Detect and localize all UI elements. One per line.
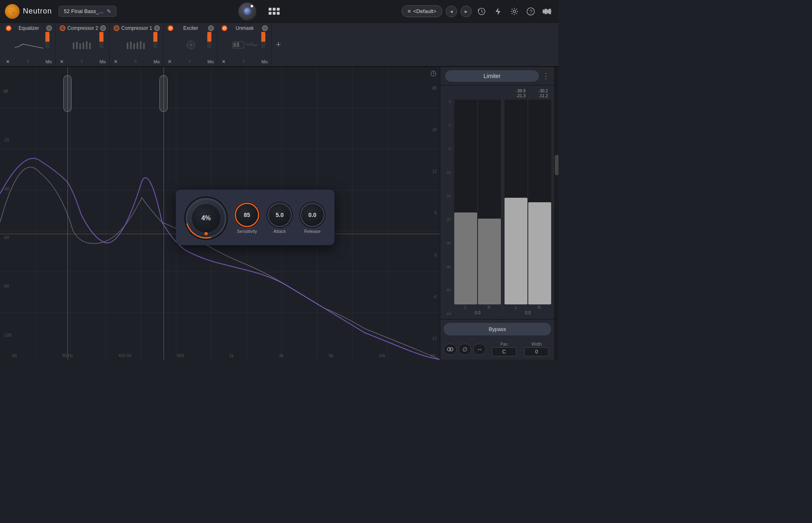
bypass-button[interactable]: Bypass bbox=[444, 323, 551, 335]
svg-rect-40 bbox=[233, 43, 236, 47]
unmask-mix-knob[interactable] bbox=[262, 25, 268, 31]
svg-rect-29 bbox=[143, 43, 145, 49]
comp1-power-button[interactable] bbox=[114, 25, 119, 31]
left-val: 0.0 bbox=[475, 311, 480, 315]
nav-next-button[interactable]: ► bbox=[460, 6, 472, 17]
unmask-viz bbox=[231, 39, 259, 51]
comp2-mix-fader[interactable] bbox=[99, 32, 103, 48]
exciter-viz bbox=[177, 39, 205, 51]
preset-bar[interactable]: 52 Final Bass_... ✎ bbox=[58, 6, 117, 17]
orb-button[interactable] bbox=[238, 2, 256, 20]
right-val: 0.0 bbox=[525, 311, 531, 315]
main-knob[interactable]: 4% bbox=[186, 198, 227, 239]
main-area: dB -20 -40 -60 -80 -100 dB 18 12 6 0 -6 … bbox=[0, 67, 559, 360]
width-value[interactable]: 0 bbox=[524, 347, 549, 356]
link-button[interactable] bbox=[444, 344, 457, 355]
eq-close-button[interactable]: ✕ bbox=[6, 59, 10, 65]
limiter-title-button[interactable]: Limiter bbox=[445, 70, 539, 82]
pan-value[interactable]: C bbox=[492, 347, 516, 356]
exciter-power-button[interactable] bbox=[168, 25, 173, 31]
scale-20: -20 bbox=[444, 217, 451, 221]
vertical-scrollbar[interactable] bbox=[554, 67, 559, 360]
logo-area: Neutron bbox=[5, 4, 52, 19]
comp1-mix-label: Mix bbox=[153, 60, 160, 64]
eq-mix-knob[interactable] bbox=[46, 25, 52, 31]
grid-dot bbox=[269, 8, 271, 11]
comp2-power-button[interactable] bbox=[60, 25, 65, 31]
unmask-mix-fader[interactable] bbox=[261, 32, 265, 48]
eq-mix-fader[interactable] bbox=[45, 32, 49, 48]
reset-view-button[interactable] bbox=[430, 70, 437, 78]
history-button[interactable] bbox=[475, 5, 488, 18]
list-icon: ≡ bbox=[408, 8, 411, 14]
settings-button[interactable] bbox=[508, 5, 521, 18]
exciter-dots[interactable]: ⠿ bbox=[188, 60, 191, 64]
pan-section: Pan C bbox=[489, 342, 519, 356]
sensitivity-label: Sensitivity bbox=[237, 229, 257, 234]
module-compressor2: Compressor 2 ✕ ⠿ Mix bbox=[56, 23, 110, 66]
comp1-name: Compressor 1 bbox=[121, 25, 152, 31]
left-channel: L R 0.0 bbox=[454, 100, 501, 316]
default-dropdown[interactable]: ≡ <Default> bbox=[402, 5, 442, 17]
meter-fill-L1 bbox=[454, 212, 477, 304]
right-ch-labels: L R bbox=[505, 304, 551, 310]
sensitivity-value: 85 bbox=[244, 212, 250, 218]
phase-button[interactable]: ∅ bbox=[458, 344, 471, 355]
eq-power-button[interactable] bbox=[6, 25, 11, 31]
stereo-button[interactable]: ↔ bbox=[473, 344, 486, 355]
freq-label-402: 402 Hz bbox=[119, 353, 132, 358]
freq-label: 60 bbox=[12, 353, 17, 358]
unmask-dots[interactable]: ⠿ bbox=[242, 60, 245, 64]
pencil-icon[interactable]: ✎ bbox=[107, 8, 111, 14]
comp2-mix-knob[interactable] bbox=[100, 25, 106, 31]
comp1-dots[interactable]: ⠿ bbox=[135, 60, 137, 64]
comp2-bottom: ✕ ⠿ Mix bbox=[60, 59, 106, 65]
comp2-close-button[interactable]: ✕ bbox=[60, 59, 64, 65]
exciter-mix-fader[interactable] bbox=[207, 32, 211, 48]
logo-icon bbox=[5, 4, 20, 19]
vertical-scrollbar-thumb[interactable] bbox=[555, 155, 559, 175]
freq-label: 6k bbox=[329, 353, 333, 358]
eq-dots[interactable]: ⠿ bbox=[27, 60, 29, 64]
sensitivity-group: 85 Sensitivity bbox=[235, 203, 259, 234]
exciter-mix-label: Mix bbox=[207, 60, 214, 64]
release-knob[interactable]: 0.0 bbox=[300, 203, 325, 227]
width-label: Width bbox=[531, 342, 542, 346]
link-icons: ∅ ↔ bbox=[444, 344, 486, 355]
phase-icon: ∅ bbox=[462, 346, 467, 353]
right-panel: Limiter ⋮ -39.9 -21.3 -30.2 -11.2 0 bbox=[440, 67, 554, 360]
ch1-values: -39.9 -21.3 bbox=[516, 89, 525, 98]
module-compressor1: Compressor 1 ✕ ⠿ Mix bbox=[110, 23, 164, 66]
exciter-mix-knob[interactable] bbox=[208, 25, 214, 31]
svg-rect-28 bbox=[140, 41, 141, 49]
add-module-button[interactable]: + bbox=[272, 23, 285, 66]
ch1-mid-val: -21.3 bbox=[516, 94, 525, 98]
grid-button[interactable] bbox=[269, 8, 280, 15]
freq-label: 10k bbox=[379, 353, 385, 358]
label-L2: L bbox=[515, 305, 517, 310]
scale-50: -50 bbox=[444, 288, 451, 292]
help-button[interactable]: ? bbox=[524, 5, 537, 18]
comp1-viz bbox=[123, 39, 151, 51]
limiter-menu-button[interactable]: ⋮ bbox=[542, 72, 550, 80]
exciter-bottom: ✕ ⠿ Mix bbox=[168, 59, 214, 65]
comp2-dots[interactable]: ⠿ bbox=[81, 60, 83, 64]
db-label: -20 bbox=[3, 138, 11, 142]
module-unmask: Unmask ✕ ⠿ Mix bbox=[218, 23, 271, 66]
svg-rect-26 bbox=[133, 43, 135, 49]
unmask-power-button[interactable] bbox=[222, 25, 227, 31]
nav-prev-button[interactable]: ◄ bbox=[446, 6, 457, 17]
comp1-mix-fader[interactable] bbox=[153, 32, 157, 48]
midi-button[interactable] bbox=[541, 5, 554, 18]
attack-knob[interactable]: 5.0 bbox=[267, 203, 292, 227]
comp1-close-button[interactable]: ✕ bbox=[114, 59, 118, 65]
unmask-close-button[interactable]: ✕ bbox=[222, 59, 226, 65]
lightning-button[interactable] bbox=[491, 5, 505, 18]
db-labels-left: dB -20 -40 -60 -80 -100 bbox=[3, 67, 11, 360]
comp1-mix-knob[interactable] bbox=[154, 25, 160, 31]
release-label: Release bbox=[304, 229, 321, 234]
sensitivity-knob[interactable]: 85 bbox=[235, 203, 259, 227]
db-label-r: 12 bbox=[431, 169, 437, 174]
exciter-close-button[interactable]: ✕ bbox=[168, 59, 172, 65]
comp2-mix-label: Mix bbox=[99, 60, 106, 64]
